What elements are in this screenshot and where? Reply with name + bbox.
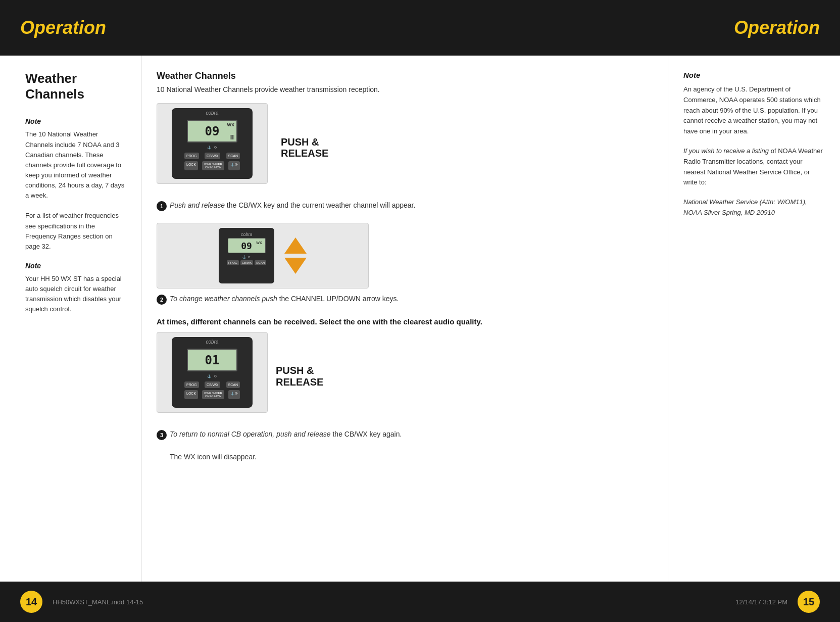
main-content: Weather Channels Note The 10 National We… — [0, 56, 840, 582]
step-1-circle: 1 — [157, 201, 167, 211]
device-container-2: cobra 01 ⚓⟳ PROG CB/WX SCAN LOCK PWR SA — [157, 332, 268, 413]
channel-device-display: cobra 09 WX ⚓⟳ PROG CB/WX SCAN — [219, 228, 307, 283]
step-2-text: To change weather channels push the CHAN… — [170, 294, 399, 304]
left-panel-heading: Weather Channels — [25, 71, 126, 102]
device-cbwx-btn-1: CB/WX — [205, 153, 220, 159]
device-pwr-btn-1: PWR SAVERCH9/19/DW — [202, 161, 224, 170]
device-signal-1: |||| — [230, 134, 234, 139]
device-buttons-row-1: PROG CB/WX SCAN — [184, 153, 240, 159]
right-note3-text: National Weather Service (Attn: W/OM11),… — [683, 197, 825, 218]
device-bottom-row-2: LOCK PWR SAVERCH9/19/DW ⚓⟳ — [184, 390, 240, 399]
device-screen-1: 09 WX |||| — [187, 120, 237, 142]
right-note2-italic: If you wish to receive a listing — [683, 147, 769, 155]
device-extra-btn-2: ⚓⟳ — [228, 390, 240, 399]
top-bar: Operation Operation — [0, 0, 840, 56]
device-icons-row-2: ⚓⟳ — [207, 374, 217, 378]
arrow-down-icon — [284, 258, 307, 274]
bold-instruction: At times, different channels can be rece… — [157, 316, 653, 327]
channel-screen: 09 WX — [228, 238, 266, 253]
ch-cbwx-btn: CB/WX — [240, 260, 254, 265]
device-channel-1: 09 — [205, 124, 220, 138]
step-3-italic: To return to normal CB operation, push a… — [170, 430, 331, 438]
step-1-italic: Push and release — [170, 201, 225, 209]
step-1-normal: the CB/WX key and the current weather ch… — [225, 201, 415, 209]
ch-prog-btn: PROG — [227, 260, 239, 265]
device-bottom-row-1: LOCK PWR SAVERCH9/19/DW ⚓⟳ — [184, 161, 240, 170]
left-note2-text: For a list of weather frequencies see sp… — [25, 211, 126, 252]
device-scan-btn-1: SCAN — [226, 153, 240, 159]
channel-wx: WX — [256, 241, 262, 245]
left-panel: Weather Channels Note The 10 National We… — [0, 56, 141, 582]
left-note3-label: Note — [25, 262, 126, 270]
device-scan-btn-2: SCAN — [226, 381, 240, 388]
step-2: 2 To change weather channels push the CH… — [157, 294, 653, 310]
device-body-2: cobra 01 ⚓⟳ PROG CB/WX SCAN LOCK PWR SA — [172, 337, 253, 408]
right-note2-text: If you wish to receive a listing of NOAA… — [683, 146, 825, 188]
step-2-italic: To change weather channels push — [170, 295, 277, 303]
center-subtext: 10 National Weather Channels provide wea… — [157, 84, 653, 95]
device-extra-btn-1: ⚓⟳ — [228, 161, 240, 170]
center-heading: Weather Channels — [157, 71, 653, 81]
step-3-circle: 3 — [157, 430, 167, 440]
device-cbwx-btn-2: CB/WX — [205, 381, 220, 388]
wx-disappear-text: The WX icon will disappear. — [170, 452, 653, 462]
channel-image-box: cobra 09 WX ⚓⟳ PROG CB/WX SCAN — [157, 223, 369, 289]
left-note1-text: The 10 National Weather Channels include… — [25, 129, 126, 201]
device-pwr-btn-2: PWR SAVERCH9/19/DW — [202, 390, 224, 399]
device-container-1: cobra 09 WX |||| ⚓⟳ PROG CB/WX SCAN — [157, 103, 268, 184]
ch-scan-btn: SCAN — [255, 260, 266, 265]
push-release-label-2: PUSH & RELEASE — [276, 365, 323, 388]
cobra-logo-2: cobra — [206, 339, 218, 345]
arrow-up-icon — [284, 237, 307, 254]
device-buttons-row-2: PROG CB/WX SCAN — [184, 381, 240, 388]
device-lock-btn-1: LOCK — [184, 161, 198, 170]
top-bar-title-left: Operation — [20, 17, 106, 38]
device-body-1: cobra 09 WX |||| ⚓⟳ PROG CB/WX SCAN — [172, 108, 253, 179]
page-number-left: 14 — [20, 591, 42, 613]
top-bar-title-right: Operation — [734, 17, 820, 38]
step-2-circle: 2 — [157, 295, 167, 305]
right-note1-text: An agency of the U.S. Department of Comm… — [683, 84, 825, 137]
right-panel: Note An agency of the U.S. Department of… — [668, 56, 840, 582]
channel-number: 09 — [241, 241, 252, 251]
date-info: 12/14/17 3:12 PM — [735, 598, 787, 606]
cobra-logo-1: cobra — [206, 110, 218, 116]
device-row-2: cobra 01 ⚓⟳ PROG CB/WX SCAN LOCK PWR SA — [157, 332, 653, 421]
device-icons-row-1: ⚓⟳ — [207, 146, 217, 150]
push-release-label-1: PUSH & RELEASE — [281, 136, 328, 159]
arrow-keys-container — [284, 237, 307, 274]
bottom-left: 14 HH50WXST_MANL.indd 14-15 — [20, 591, 143, 613]
step-1: 1 Push and release the CB/WX key and the… — [157, 200, 653, 217]
page-number-right: 15 — [798, 591, 820, 613]
bottom-right: 12/14/17 3:12 PM 15 — [735, 591, 820, 613]
channel-btns: PROG CB/WX SCAN — [227, 260, 266, 265]
right-note-label: Note — [683, 71, 825, 79]
step-3-normal: the CB/WX key again. — [331, 430, 402, 438]
device-prog-btn-2: PROG — [184, 381, 199, 388]
step-2-normal: the CHANNEL UP/DOWN arrow keys. — [277, 295, 399, 303]
device-channel-2: 01 — [205, 353, 220, 367]
file-info: HH50WXST_MANL.indd 14-15 — [53, 598, 143, 606]
device-lock-btn-2: LOCK — [184, 390, 198, 399]
device-prog-btn-1: PROG — [184, 153, 199, 159]
device-row-1: cobra 09 WX |||| ⚓⟳ PROG CB/WX SCAN — [157, 103, 653, 192]
step-3-text: To return to normal CB operation, push a… — [170, 429, 402, 440]
step-3: 3 To return to normal CB operation, push… — [157, 429, 653, 446]
step-1-text: Push and release the CB/WX key and the c… — [170, 200, 415, 211]
left-note3-text: Your HH 50 WX ST has a special auto sque… — [25, 274, 126, 315]
bottom-bar: 14 HH50WXST_MANL.indd 14-15 12/14/17 3:1… — [0, 582, 840, 622]
device-wx-label-1: WX — [227, 122, 235, 127]
channel-cobra-logo: cobra — [241, 232, 253, 237]
device-screen-2: 01 — [187, 349, 237, 371]
center-panel: Weather Channels 10 National Weather Cha… — [141, 56, 668, 582]
channel-device-body: cobra 09 WX ⚓⟳ PROG CB/WX SCAN — [219, 228, 274, 283]
channel-icons: ⚓⟳ — [242, 255, 251, 259]
left-note1-label: Note — [25, 117, 126, 125]
